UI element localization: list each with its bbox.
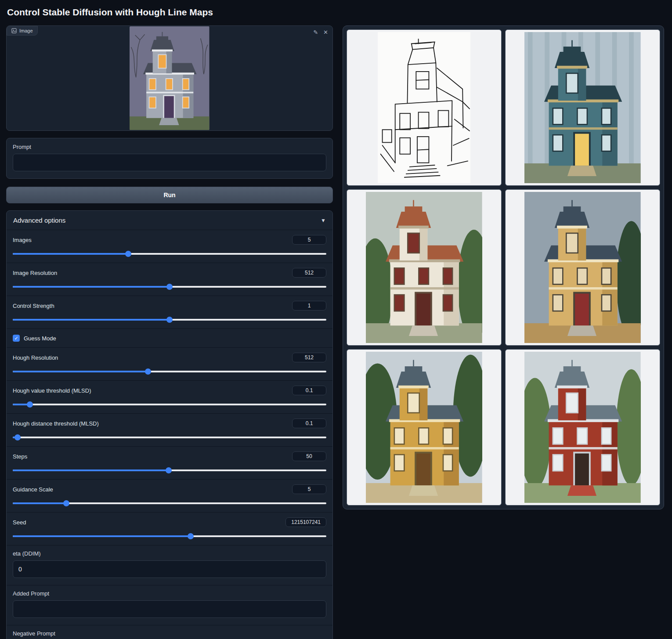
- seed-slider[interactable]: [13, 533, 326, 539]
- seed-slider-label: Seed: [13, 519, 26, 526]
- slider-group-b: Hough Resolution 512 Hough value thresho…: [7, 347, 332, 545]
- control-strength-slider[interactable]: [13, 317, 326, 323]
- guidance-scale-slider-label: Guidance Scale: [13, 486, 53, 493]
- guidance-scale-slider[interactable]: [13, 500, 326, 506]
- result-red-brick-victorian[interactable]: [505, 349, 660, 505]
- hough-value-threshold-slider-value[interactable]: 0.1: [292, 386, 326, 395]
- guess-mode-label: Guess Mode: [24, 335, 56, 342]
- control-strength-slider-label: Control Strength: [13, 303, 54, 309]
- prompt-label: Prompt: [13, 144, 326, 150]
- guidance-scale-slider-value[interactable]: 5: [292, 484, 326, 494]
- result-red-brick-victorian-image: [524, 352, 641, 503]
- eta-input[interactable]: [13, 560, 326, 578]
- hough-line-map-image: [378, 32, 471, 183]
- run-button[interactable]: Run: [6, 187, 333, 203]
- result-gold-victorian[interactable]: [347, 349, 502, 505]
- images-slider-row: Images 5: [7, 230, 332, 263]
- hough-resolution-slider-value[interactable]: 512: [292, 353, 326, 362]
- image-resolution-slider-row: Image Resolution 512: [7, 263, 332, 296]
- result-teal-victorian[interactable]: [505, 29, 660, 186]
- eta-label: eta (DDIM): [13, 550, 326, 557]
- guess-mode-checkbox[interactable]: ✓: [13, 335, 20, 342]
- result-tan-victorian-image: [524, 192, 641, 343]
- images-slider-value[interactable]: 5: [292, 235, 326, 245]
- hough-resolution-slider[interactable]: [13, 368, 326, 375]
- app-page: Control Stable Diffusion with Hough Line…: [0, 0, 672, 639]
- hough-distance-threshold-slider-row: Hough distance threshold (MLSD) 0.1: [7, 413, 332, 446]
- image-input-badge: Image: [7, 26, 38, 36]
- steps-slider-row: Steps 50: [7, 446, 332, 479]
- hough-resolution-slider-label: Hough Resolution: [13, 354, 58, 361]
- guidance-scale-slider-row: Guidance Scale 5: [7, 479, 332, 512]
- image-resolution-slider-label: Image Resolution: [13, 270, 57, 276]
- image-resolution-slider-value[interactable]: 512: [292, 268, 326, 278]
- hough-distance-threshold-slider-handle[interactable]: [14, 434, 21, 440]
- hough-value-threshold-slider-handle[interactable]: [27, 401, 33, 408]
- negative-prompt-label: Negative Prompt: [13, 630, 326, 637]
- page-title: Control Stable Diffusion with Hough Line…: [7, 7, 666, 18]
- image-input-block[interactable]: Image ✎ ✕: [6, 25, 333, 131]
- prompt-input[interactable]: [13, 154, 326, 171]
- image-icon: [11, 28, 17, 33]
- prompt-block: Prompt: [6, 138, 333, 179]
- advanced-options-panel: Advanced options ▼ Images 5 Image Resolu…: [6, 210, 333, 639]
- control-strength-slider-value[interactable]: 1: [292, 301, 326, 310]
- negative-prompt-block: Negative Prompt: [7, 625, 332, 639]
- images-slider-handle[interactable]: [125, 251, 131, 257]
- steps-slider-value[interactable]: 50: [292, 451, 326, 461]
- seed-slider-value[interactable]: 1215107241: [285, 517, 326, 527]
- control-strength-slider-handle[interactable]: [166, 317, 173, 323]
- result-white-victorian-image: [366, 192, 482, 343]
- edit-image-icon[interactable]: ✎: [313, 29, 318, 35]
- advanced-options-title: Advanced options: [13, 217, 65, 224]
- guidance-scale-slider-handle[interactable]: [63, 500, 69, 506]
- images-slider[interactable]: [13, 251, 326, 257]
- control-strength-slider-row: Control Strength 1: [7, 296, 332, 329]
- hough-value-threshold-slider-label: Hough value threshold (MLSD): [13, 387, 91, 394]
- slider-group-a: Images 5 Image Resolution 512 Control St…: [7, 230, 332, 329]
- guess-mode-checkbox-row[interactable]: ✓ Guess Mode: [7, 329, 332, 347]
- added-prompt-block: Added Prompt: [7, 585, 332, 625]
- seed-slider-row: Seed 1215107241: [7, 512, 332, 545]
- eta-block: eta (DDIM): [7, 545, 332, 585]
- image-resolution-slider[interactable]: [13, 284, 326, 290]
- result-white-victorian[interactable]: [347, 189, 502, 346]
- hough-distance-threshold-slider[interactable]: [13, 434, 326, 440]
- added-prompt-label: Added Prompt: [13, 590, 326, 597]
- hough-value-threshold-slider[interactable]: [13, 401, 326, 408]
- advanced-options-header[interactable]: Advanced options ▼: [7, 211, 332, 230]
- steps-slider-label: Steps: [13, 453, 27, 460]
- image-resolution-slider-handle[interactable]: [166, 284, 173, 290]
- hough-distance-threshold-slider-label: Hough distance threshold (MLSD): [13, 420, 99, 427]
- hough-distance-threshold-slider-value[interactable]: 0.1: [292, 419, 326, 428]
- added-prompt-input[interactable]: [13, 600, 326, 618]
- collapse-chevron-icon[interactable]: ▼: [321, 217, 326, 224]
- hough-resolution-slider-handle[interactable]: [145, 368, 151, 375]
- steps-slider-handle[interactable]: [166, 467, 172, 473]
- steps-slider[interactable]: [13, 467, 326, 473]
- images-slider-label: Images: [13, 237, 32, 243]
- hough-line-map[interactable]: [347, 29, 502, 186]
- clear-image-icon[interactable]: ✕: [323, 29, 328, 35]
- result-teal-victorian-image: [524, 32, 641, 183]
- controls-column: Image ✎ ✕: [6, 25, 333, 639]
- gallery-grid: [343, 25, 664, 509]
- input-image[interactable]: [130, 26, 210, 130]
- seed-slider-handle[interactable]: [188, 533, 194, 539]
- results-column: [343, 25, 664, 509]
- image-input-label: Image: [19, 28, 33, 33]
- hough-resolution-slider-row: Hough Resolution 512: [7, 347, 332, 380]
- hough-value-threshold-slider-row: Hough value threshold (MLSD) 0.1: [7, 380, 332, 413]
- result-tan-victorian[interactable]: [505, 189, 660, 346]
- result-gold-victorian-image: [366, 352, 482, 503]
